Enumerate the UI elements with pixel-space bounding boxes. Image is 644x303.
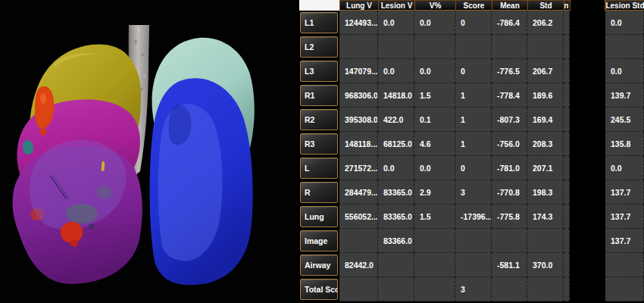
column-gap-cell [570,180,605,205]
table-cell: 139.7 [605,83,644,108]
table-cell: -756.0 [492,132,527,156]
table-cell [339,277,378,301]
table-cell: 124493... [339,11,378,35]
internal-dark-dot [89,223,95,230]
results-table-pane: Lung VLesion VV%ScoreMeanStdesion MeaLes… [299,0,644,303]
table-cell: 14818.0 [378,83,414,108]
row-header-total-score[interactable]: Total Score [300,279,338,300]
column-gap-cell [570,132,605,156]
table-cell: 82442.0 [339,253,378,277]
table-cell: 2.9 [414,180,455,205]
table-cell: -490.7 [564,108,570,132]
internal-teal-blob [66,204,98,223]
column-gap-cell [570,83,605,108]
internal-teal-blob-small [97,186,112,198]
column-header-score: Score [455,0,492,11]
column-header-std: Std [527,0,564,11]
column-gap-header [570,0,605,11]
column-header-mean: Mean [492,0,527,11]
column-header-v-: V% [414,0,455,11]
table-cell [414,253,455,277]
table-cell: 556052... [339,205,378,229]
table-cell: 169.4 [527,108,564,132]
table-cell: 245.5 [605,108,644,132]
table-cell: 4.6 [414,132,455,156]
column-gap-cell [570,205,605,229]
row-header-l1[interactable]: L1 [300,12,338,33]
row-header-r[interactable]: R [300,182,338,203]
table-cell: 137.7 [605,180,644,205]
table-cell: 0.0 [605,11,644,35]
table-cell [492,35,527,59]
column-gap-cell [570,277,605,301]
table-cell: 68125.0 [378,132,414,156]
table-cell: 0.0 [564,59,570,83]
table-cell: 968306.0 [339,83,378,108]
table-cell: 3 [455,180,492,205]
column-gap-cell [570,229,605,253]
results-table: Lung VLesion VV%ScoreMeanStdesion MeaLes… [299,0,644,301]
table-cell: 0 [455,59,492,83]
table-cell: 0.1 [414,108,455,132]
table-cell: -643.2 [564,132,570,156]
table-cell: -776.5 [492,59,527,83]
table-cell [414,229,455,253]
row-header-l2[interactable]: L2 [300,36,338,58]
column-gap-cell [570,156,605,180]
table-cell: 137.7 [605,205,644,229]
table-cell: 206.7 [527,59,564,83]
column-gap-cell [570,253,605,277]
table-cell: 207.1 [527,156,564,180]
table-cell: -638.4 [564,83,570,108]
table-cell: 83366.0 [378,229,414,253]
row-header-image[interactable]: Image [300,230,338,251]
row-header-lung[interactable]: Lung [300,206,338,227]
table-cell [527,277,564,301]
table-cell: 1.5 [414,205,455,229]
table-cell: 0.0 [605,156,644,180]
table-cell [492,277,527,301]
table-cell: 206.2 [527,11,564,35]
table-cell: 189.6 [527,83,564,108]
column-header-esion-mea: esion Mea [564,0,570,11]
table-cell: -778.4 [492,83,527,108]
row-header-l[interactable]: L [300,158,338,179]
table-cell [564,253,570,277]
row-header-l3[interactable]: L3 [300,61,338,82]
row-header-r2[interactable]: R2 [300,109,338,130]
table-cell [564,35,570,59]
table-cell: -807.3 [492,108,527,132]
table-cell [414,35,455,59]
table-cell [605,253,644,277]
table-cell: 0.0 [378,59,414,83]
row-header-r1[interactable]: R1 [300,85,338,106]
column-gap-cell [570,35,605,59]
lung-analysis-app: Lung VLesion VV%ScoreMeanStdesion MeaLes… [0,0,644,303]
row-header-r3[interactable]: R3 [300,133,338,155]
row-header-airway[interactable]: Airway [300,255,338,276]
table-cell: 395308.0 [339,108,378,132]
table-cell: -641.6 [564,229,570,253]
table-cell [455,35,492,59]
table-cell: 0.0 [414,156,455,180]
table-cell: -770.8 [492,180,527,205]
table-cell: 1 [455,132,492,156]
table-cell [339,229,378,253]
table-cell: 137.7 [605,229,644,253]
table-cell: 0.0 [605,59,644,83]
column-header-lesion-std: Lesion Std [605,0,644,11]
table-cell: -775.8 [492,205,527,229]
table-cell: 0.0 [378,11,414,35]
table-cell: 174.3 [527,205,564,229]
table-cell: -786.4 [492,11,527,35]
table-cell: -781.0 [492,156,527,180]
table-cell: 370.0 [527,253,564,277]
3d-lung-viewer[interactable] [0,0,299,303]
table-cell [455,253,492,277]
table-cell [414,277,455,301]
table-cell: -641.6 [564,205,570,229]
table-cell: 1 [455,83,492,108]
table-cell: 1 [455,108,492,132]
table-cell [378,35,414,59]
table-cell: 0.0 [414,59,455,83]
